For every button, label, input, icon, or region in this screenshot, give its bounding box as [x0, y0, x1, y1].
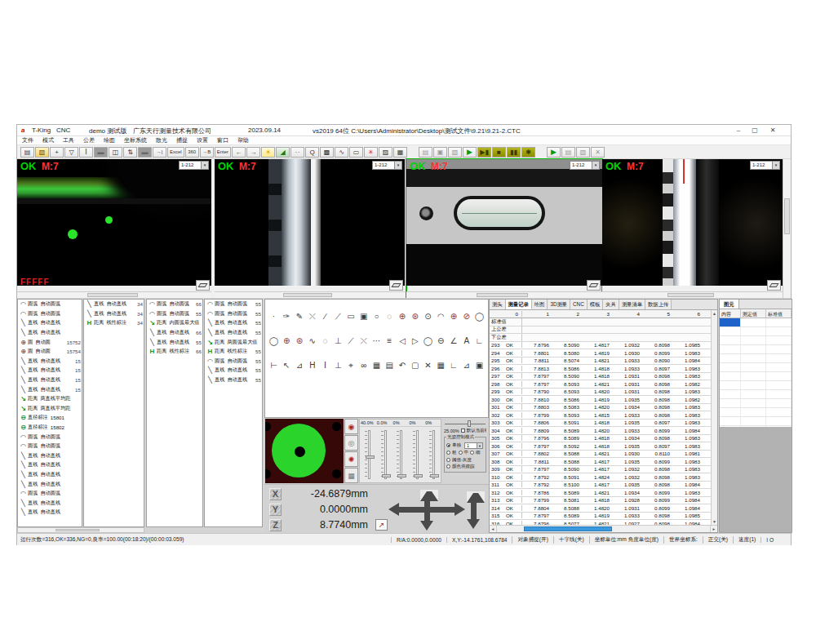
menu-item[interactable]: 帮助: [237, 136, 249, 144]
tab-测头[interactable]: 测头: [490, 300, 506, 309]
palette-tool-icon[interactable]: ⊙: [422, 309, 434, 323]
tab-模板[interactable]: 模板: [588, 300, 604, 309]
camera-hscrollbar[interactable]: [406, 291, 602, 298]
maximize-button[interactable]: ▢: [748, 127, 761, 134]
magnifier-button[interactable]: Q: [305, 147, 319, 158]
measure-item[interactable]: ╲直线自动直线: [18, 508, 82, 517]
camera-hscrollbar[interactable]: [215, 291, 405, 298]
camera-vscrollbar[interactable]: [783, 159, 791, 298]
palette-tool-icon[interactable]: ◯: [473, 309, 486, 323]
excel-export-button[interactable]: Excel: [167, 147, 184, 158]
palette-tool-icon[interactable]: ◌: [384, 309, 396, 323]
hatch-pattern-button[interactable]: ▩: [320, 147, 334, 158]
measure-item[interactable]: H距离线性标注34: [84, 318, 144, 328]
play-single-button[interactable]: ▶: [547, 147, 561, 158]
measure-item[interactable]: ◠圆弧自动圆弧55: [147, 309, 202, 319]
tab-CNC[interactable]: CNC: [570, 300, 588, 309]
elements-row[interactable]: [720, 327, 792, 336]
measure-item[interactable]: H距离线性标注66: [147, 347, 202, 357]
light-slider-2[interactable]: 0.0%: [376, 420, 392, 482]
light-slider-4[interactable]: 0%: [408, 420, 424, 482]
table-row[interactable]: 312OK7.87868.50891.48211.09340.80991.098…: [490, 489, 711, 497]
table-row[interactable]: 301OK7.88038.50831.48201.09340.80981.098…: [490, 404, 711, 412]
chart-tool-button[interactable]: ▦: [393, 147, 407, 158]
table-vscrollbar[interactable]: ▲▼: [711, 310, 717, 525]
tab-测量清单[interactable]: 测量清单: [619, 300, 645, 309]
table-row[interactable]: 293OK7.87968.50901.48171.09320.80981.098…: [490, 342, 711, 350]
measure-item[interactable]: ╲直线自动直线: [18, 318, 82, 328]
measure-item[interactable]: ╲直线自动直线34: [84, 300, 144, 309]
measure-item[interactable]: ╲直线自动直线: [18, 451, 82, 461]
elements-row[interactable]: [720, 318, 792, 327]
arrow-left-button[interactable]: ←: [232, 147, 246, 158]
tab-夹具[interactable]: 夹具: [603, 300, 619, 309]
jog-button[interactable]: ↗: [375, 519, 388, 531]
table-row[interactable]: 308OK7.88118.50881.48171.09350.80991.098…: [490, 458, 711, 466]
palette-tool-icon[interactable]: ⊢: [268, 358, 280, 372]
palette-tool-icon[interactable]: ◯: [268, 334, 280, 348]
tools-hammer-button[interactable]: ✱: [521, 147, 535, 158]
elements-row[interactable]: [720, 372, 792, 381]
menu-item[interactable]: 设置: [197, 136, 208, 144]
palette-tool-icon[interactable]: ∿: [306, 334, 318, 348]
measure-item[interactable]: ╲直线自动直线55: [205, 328, 262, 338]
slider-track[interactable]: [368, 430, 370, 479]
tab-测量记录[interactable]: 测量记录: [506, 300, 532, 309]
measure-item[interactable]: ╲直线自动直线: [18, 460, 82, 470]
slider-thumb[interactable]: [366, 455, 375, 459]
tab-绘图[interactable]: 绘图: [532, 300, 548, 309]
stage-origin-button[interactable]: +: [50, 147, 64, 158]
menu-item[interactable]: 公差: [83, 136, 95, 144]
measure-item[interactable]: ◠圆弧自动圆弧55: [205, 309, 262, 319]
chevron-down-icon[interactable]: ▾: [592, 162, 599, 169]
palette-tool-icon[interactable]: ✎: [294, 309, 306, 323]
palette-tool-icon[interactable]: A: [460, 334, 472, 348]
menu-item[interactable]: 绘图: [104, 136, 115, 144]
palette-tool-icon[interactable]: ↶: [397, 358, 409, 372]
menu-item[interactable]: 散光: [156, 136, 167, 144]
palette-tool-icon[interactable]: ◠: [435, 309, 447, 323]
palette-tool-icon[interactable]: ⤬: [306, 309, 318, 323]
ring-light-button-4[interactable]: ▦: [344, 468, 358, 483]
camera-select[interactable]: 1-212▾: [750, 161, 780, 170]
palette-tool-icon[interactable]: ▣: [473, 358, 486, 372]
palette-tool-icon[interactable]: ⊘: [460, 309, 472, 323]
palette-tool-icon[interactable]: ⤬: [357, 334, 370, 348]
slider-track[interactable]: [384, 430, 387, 479]
arrow-right-button[interactable]: →: [246, 147, 260, 158]
table-row[interactable]: 295OK7.88118.50741.48211.09330.80901.098…: [490, 358, 711, 366]
camera-hscrollbar[interactable]: [17, 291, 211, 298]
blank-frame-button[interactable]: ▭: [349, 147, 363, 158]
measure-item[interactable]: ◠圆弧自动圆弧66: [147, 300, 202, 309]
slider-track[interactable]: [432, 430, 435, 479]
palette-tool-icon[interactable]: ▢: [409, 358, 421, 372]
ring-light-button-2[interactable]: ◎: [344, 435, 358, 451]
palette-tool-icon[interactable]: Ⅰ: [319, 358, 331, 372]
table-row[interactable]: 313OK7.87998.50811.48181.09280.80991.098…: [490, 497, 711, 505]
palette-tool-icon[interactable]: ▦: [435, 358, 447, 372]
slider-track[interactable]: [400, 430, 402, 479]
measure-item[interactable]: ╲直线自动直线55: [205, 366, 262, 375]
channel-select[interactable]: 1 ▾: [464, 442, 483, 449]
palette-tool-icon[interactable]: ⊕: [448, 309, 460, 323]
measure-item[interactable]: ╲直线自动直线66: [147, 328, 202, 338]
palette-tool-icon[interactable]: ⊕: [397, 309, 409, 323]
camera-select[interactable]: 1-212▾: [179, 161, 209, 170]
measure-item[interactable]: ⊕圆自动圆15752: [18, 337, 82, 347]
table-row[interactable]: 309OK7.87978.50901.48171.09320.80981.098…: [490, 466, 711, 474]
dash-dash-button[interactable]: - -: [290, 147, 304, 158]
palette-tool-icon[interactable]: ⌖: [345, 358, 357, 372]
palette-tool-icon[interactable]: ✑: [281, 309, 293, 323]
palette-tool-icon[interactable]: ▤: [384, 358, 396, 372]
camera-view-4[interactable]: OKM:71-212▾: [602, 159, 783, 298]
palette-tool-icon[interactable]: ▦: [370, 358, 383, 372]
camera-view-2[interactable]: OKM:71-212▾: [215, 159, 405, 298]
table-row[interactable]: 300OK7.88108.50861.48191.09350.80981.098…: [490, 396, 711, 404]
save-program-button[interactable]: ▤: [419, 147, 432, 158]
palette-tool-icon[interactable]: ∟: [448, 358, 460, 372]
chevron-down-icon[interactable]: ▾: [394, 162, 401, 169]
step-right-button[interactable]: →|: [153, 147, 166, 158]
palette-tool-icon[interactable]: H: [306, 358, 318, 372]
measure-item[interactable]: ↘距离两直线平均距: [18, 394, 82, 404]
palette-tool-icon[interactable]: ⊿: [294, 358, 306, 372]
